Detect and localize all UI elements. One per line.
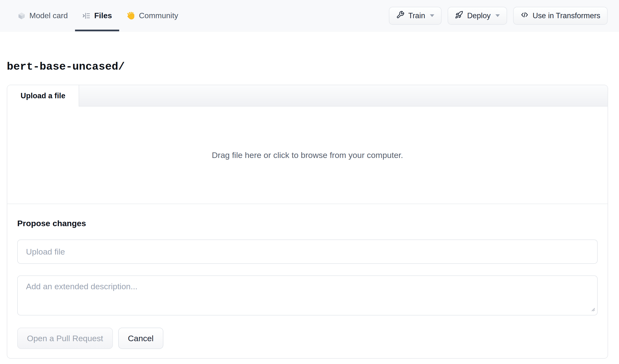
chevron-down-icon [495,14,500,17]
use-in-transformers-button[interactable]: Use in Transformers [513,7,608,25]
propose-changes-heading: Propose changes [17,218,598,229]
tab-files-label: Files [94,11,112,20]
cube-icon [17,12,26,20]
extended-description-textarea[interactable] [17,275,598,315]
upload-filename-input[interactable] [17,239,598,264]
train-button[interactable]: Train [389,7,442,25]
wave-icon [127,11,135,20]
tab-community[interactable]: Community [119,0,185,31]
dropzone-hint-text: Drag file here or click to browse from y… [212,151,403,160]
repo-tabs: Model card Files [10,0,185,31]
textarea-resize-handle-icon[interactable] [590,307,595,313]
train-button-label: Train [408,11,425,20]
code-icon [521,11,529,21]
tab-community-label: Community [139,11,178,20]
deploy-button[interactable]: Deploy [448,7,507,25]
open-pull-request-button[interactable]: Open a Pull Request [17,328,113,349]
upload-file-card: Upload a file Drag file here or click to… [7,85,608,359]
propose-actions-row: Open a Pull Request Cancel [17,328,598,349]
file-dropzone[interactable]: Drag file here or click to browse from y… [7,107,608,204]
use-in-transformers-label: Use in Transformers [533,11,600,20]
tab-upload-a-file-label: Upload a file [21,91,65,100]
files-page-content: bert-base-uncased/ Upload a file Drag fi… [0,60,619,359]
files-icon [82,12,91,20]
cancel-button[interactable]: Cancel [118,328,163,349]
description-field-wrapper [17,275,598,315]
repo-nav-bar: Model card Files [0,0,619,31]
tab-files[interactable]: Files [75,0,119,31]
upload-card-header: Upload a file [7,85,608,107]
tab-upload-a-file[interactable]: Upload a file [7,85,79,107]
chevron-down-icon [430,14,434,17]
wrench-icon [396,11,404,21]
propose-changes-section: Propose changes Open a Pull Request Canc… [7,204,608,358]
rocket-icon [455,11,463,21]
tab-model-card[interactable]: Model card [10,0,75,31]
repo-action-buttons: Train Deploy [389,0,608,31]
deploy-button-label: Deploy [467,11,491,20]
repo-path-title[interactable]: bert-base-uncased/ [7,60,608,73]
tab-model-card-label: Model card [29,11,68,20]
